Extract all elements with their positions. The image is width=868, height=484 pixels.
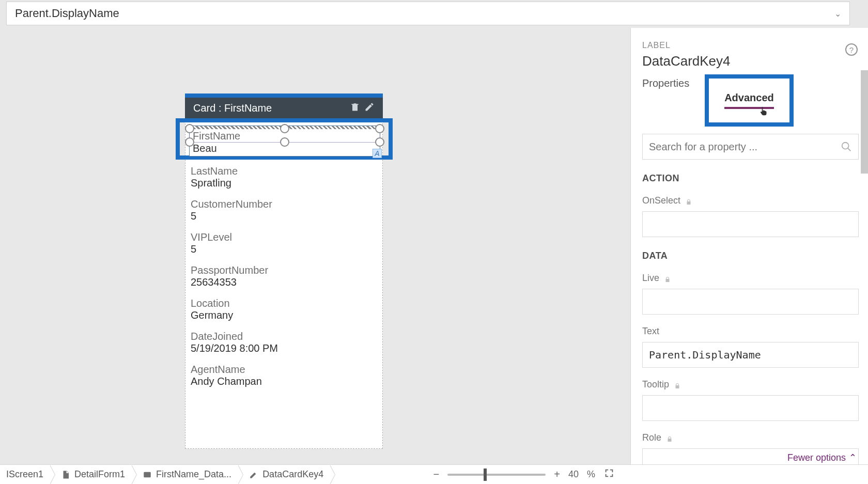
zoom-controls: − + 40 % <box>433 467 615 481</box>
property-search[interactable] <box>642 134 859 160</box>
breadcrumb-item[interactable]: DetailForm1 <box>50 465 131 484</box>
breadcrumb-text: DetailForm1 <box>74 469 125 480</box>
properties-pane: ? LABEL DataCardKey4 Properties Advanced… <box>630 28 868 469</box>
prop-onselect-input[interactable] <box>642 211 859 237</box>
field-row: PassportNumber 25634353 <box>185 259 382 292</box>
object-type-label: LABEL <box>642 41 859 50</box>
field-label: CustomerNumber <box>191 195 377 210</box>
prop-tooltip-input[interactable] <box>642 395 859 421</box>
field-label: AgentName <box>191 361 377 376</box>
fullscreen-icon[interactable] <box>603 467 615 481</box>
resize-handle[interactable] <box>375 124 384 133</box>
chevron-up-icon: ⌃ <box>849 452 857 463</box>
prop-tooltip-label: Tooltip <box>642 379 859 390</box>
text-badge-icon: A <box>373 149 382 158</box>
field-row: CustomerNumber 5 <box>185 193 382 226</box>
field-value: Spratling <box>191 177 377 191</box>
resize-handle[interactable] <box>280 137 289 147</box>
prop-onselect-label: OnSelect <box>642 195 859 206</box>
form-icon <box>61 470 70 479</box>
field-value: Germany <box>191 309 377 323</box>
property-search-input[interactable] <box>649 141 841 153</box>
field-row: DateJoined 5/19/2019 8:00 PM <box>185 325 382 358</box>
card-header[interactable]: Card : FirstName <box>185 93 383 118</box>
prop-text-label: Text <box>642 326 859 337</box>
breadcrumb-item[interactable]: FirstName_Data... <box>131 465 238 484</box>
field-row: Location Germany <box>185 292 382 325</box>
field-label: PassportNumber <box>191 261 377 276</box>
resize-handle[interactable] <box>375 137 384 147</box>
tab-properties[interactable]: Properties <box>642 74 689 92</box>
card-header-title: Card : FirstName <box>193 102 272 114</box>
lock-icon <box>686 197 692 205</box>
search-icon <box>841 141 852 152</box>
section-data-title: DATA <box>642 251 859 261</box>
field-label: DateJoined <box>191 327 377 342</box>
field-value: 5 <box>191 210 377 224</box>
breadcrumb-text: FirstName_Data... <box>156 469 231 480</box>
prop-role-label: Role <box>642 432 859 443</box>
section-action-title: ACTION <box>642 173 859 184</box>
prop-live-input[interactable] <box>642 289 859 315</box>
field-label: Location <box>191 294 377 309</box>
zoom-slider[interactable] <box>447 474 546 476</box>
formula-bar-value: Parent.DisplayName <box>15 7 119 20</box>
lock-icon <box>674 381 680 388</box>
selected-datacard-key[interactable]: FirstName Beau A <box>189 126 380 157</box>
field-label: VIPLevel <box>191 228 377 243</box>
formula-bar[interactable]: Parent.DisplayName ⌄ <box>6 2 850 25</box>
selection-highlight[interactable]: FirstName Beau A <box>176 118 393 160</box>
breadcrumb-text: IScreen1 <box>6 469 43 480</box>
delete-icon[interactable] <box>350 102 360 115</box>
field-value: 5 <box>191 243 377 257</box>
field-row: LastName Spratling <box>185 160 382 193</box>
zoom-in-button[interactable]: + <box>554 469 560 480</box>
zoom-unit: % <box>587 469 595 480</box>
svg-rect-2 <box>144 472 151 477</box>
svg-line-1 <box>848 148 851 151</box>
field-label: LastName <box>191 162 377 177</box>
label-icon <box>249 470 258 479</box>
field-value: 25634353 <box>191 276 377 290</box>
card-container: Card : FirstName FirstName Beau A <box>185 93 383 449</box>
breadcrumb-item[interactable]: IScreen1 <box>0 465 50 484</box>
resize-handle[interactable] <box>185 137 194 147</box>
resize-handle[interactable] <box>185 124 194 133</box>
tab-advanced-highlight: Advanced <box>705 74 794 127</box>
breadcrumb-text: DataCardKey4 <box>262 469 323 480</box>
zoom-slider-thumb[interactable] <box>484 469 487 481</box>
resize-handle[interactable] <box>280 124 289 133</box>
field-value: Andy Champan <box>191 376 377 389</box>
help-icon[interactable]: ? <box>845 43 858 56</box>
zoom-value: 40 <box>568 469 579 480</box>
field-row: AgentName Andy Champan <box>185 358 382 392</box>
lock-icon <box>667 434 673 442</box>
property-tabs: Properties Advanced <box>642 74 859 127</box>
object-name: DataCardKey4 <box>642 53 859 69</box>
field-value: 5/19/2019 8:00 PM <box>191 342 377 356</box>
fewer-options-link[interactable]: Fewer options ⌃ <box>787 452 857 463</box>
formula-bar-expand-icon[interactable]: ⌄ <box>834 9 841 19</box>
field-row: VIPLevel 5 <box>185 226 382 259</box>
breadcrumb-item[interactable]: DataCardKey4 <box>238 465 330 484</box>
card-icon <box>143 470 152 479</box>
edit-icon[interactable] <box>364 102 375 115</box>
svg-point-0 <box>842 143 849 149</box>
card-body[interactable]: LastName Spratling CustomerNumber 5 VIPL… <box>185 118 383 449</box>
lock-icon <box>664 275 671 282</box>
scrollbar[interactable] <box>861 70 868 174</box>
prop-live-label: Live <box>642 273 859 284</box>
cursor-pointer-icon <box>758 105 769 119</box>
zoom-out-button[interactable]: − <box>433 469 440 480</box>
prop-text-input[interactable] <box>642 342 859 368</box>
